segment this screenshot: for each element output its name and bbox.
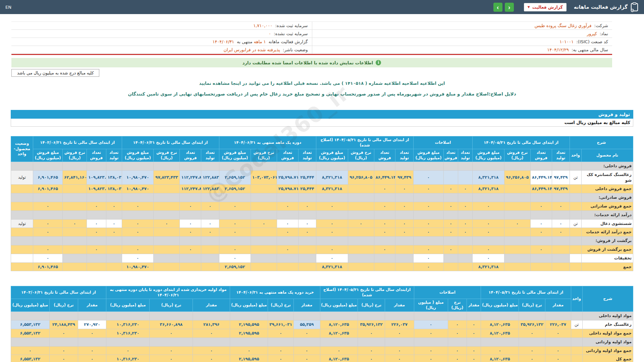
table-cell xyxy=(87,162,106,171)
top-header-bar: گزارش فعالیت ماهانه گزارش فعالیت ▼ ‹ › E… xyxy=(0,0,644,14)
table-cell: ۰ xyxy=(122,202,154,211)
table-cell: ۲,۱۹۵,۵۹۵ xyxy=(230,329,268,338)
fiscal-year-label: سال مالی منتهی به: xyxy=(572,47,608,52)
table-cell xyxy=(154,237,180,245)
table-cell xyxy=(106,193,122,202)
table-cell xyxy=(320,338,358,346)
table-cell: ۵۵,۳۵۹ xyxy=(293,320,320,329)
table-cell: ۲۵,۷۹۸.۷۱ xyxy=(277,185,299,193)
table-cell xyxy=(87,254,106,262)
table-cell xyxy=(504,254,530,262)
table-cell xyxy=(358,312,385,320)
column-header: نرخ (ریال) xyxy=(358,299,385,312)
table-cell: ۰ xyxy=(316,219,348,228)
table-cell: ۰ xyxy=(122,254,154,262)
column-header: اصلاحات xyxy=(414,286,481,299)
table-cell: ۱۰,۳۱۶,۲۳۰ xyxy=(106,320,150,329)
issuer-status-label: وضعیت ناشر: xyxy=(283,47,308,52)
report-period-mid: منتهی به xyxy=(237,39,252,44)
table-cell: ۰ xyxy=(277,219,299,228)
table-cell: ۰ xyxy=(122,219,154,228)
table-cell: ۰ xyxy=(154,219,180,228)
language-switch-link[interactable]: EN xyxy=(5,5,11,10)
table-cell xyxy=(298,245,316,254)
table-cell xyxy=(395,162,413,171)
registered-capital-row: سرمایه ثبت شده: ۱,۷۱۰,۰۰۰ xyxy=(11,22,312,30)
table-cell: ۰ xyxy=(444,228,458,237)
symbol-row: نماد: کپرور xyxy=(312,30,612,38)
table-cell: ۹۷,۴۳۹ xyxy=(552,185,570,193)
table-cell xyxy=(348,228,374,237)
table-row: جمع برگشت از فروش۰۰۰۰۰۰۰۰۰۰۰۰ xyxy=(11,245,633,254)
isic-row: کد صنعت (ISIC): ۱۰۱۰۰۱ xyxy=(312,38,612,46)
table-cell: ۰ xyxy=(33,228,62,237)
status-cell xyxy=(11,185,33,193)
next-report-button[interactable]: › xyxy=(493,3,502,12)
previous-version-link[interactable]: اینجا xyxy=(231,81,241,86)
symbol-label: نماد: xyxy=(600,31,608,36)
table-cell xyxy=(180,237,201,245)
table-cell xyxy=(106,210,122,219)
column-header: تعداد فروش xyxy=(530,149,552,162)
table-row: جمع فروش داخلی۹۷,۴۳۹۸۶,۴۴۹.۱۴۸,۳۲۱,۳۱۸۰۰… xyxy=(11,185,633,193)
registered-capital-value: ۱,۷۱۰,۰۰۰ xyxy=(253,23,272,28)
table-cell: ۱۳۸,۰۳۶ xyxy=(106,185,122,193)
table-cell xyxy=(530,262,552,271)
table-cell: ۰ xyxy=(298,219,316,228)
row-label: شستشوی ذغال xyxy=(581,219,633,228)
column-header: مبلغ (میلیون ریال) xyxy=(320,299,358,312)
previous-report-button[interactable]: ‹ xyxy=(505,3,514,12)
table-cell xyxy=(374,162,395,171)
table-cell: ۰ xyxy=(251,219,277,228)
unregistered-capital-label: سرمایه ثبت نشده: xyxy=(274,31,308,36)
table-cell xyxy=(154,185,180,193)
table-cell: ۲۵,۴۴۴ xyxy=(298,170,316,185)
report-type-dropdown[interactable]: گزارش فعالیت ▼ xyxy=(524,3,567,11)
fiscal-year-row: سال مالی منتهی به: ۱۴۰۴/۱۲/۲۹ xyxy=(312,46,612,54)
table-cell xyxy=(50,338,78,346)
row-label: جمع xyxy=(581,262,633,271)
table-cell xyxy=(298,162,316,171)
column-header: نرخ فروش (ریال) xyxy=(348,149,374,162)
table-cell: ۰ xyxy=(193,346,230,355)
table-cell: ۸,۳۲۱,۳۱۸ xyxy=(473,170,504,185)
table-cell xyxy=(63,228,87,237)
table-cell: ۰ xyxy=(50,329,78,338)
unit-cell: تن xyxy=(570,170,582,185)
table-cell xyxy=(458,210,473,219)
table-cell xyxy=(63,245,87,254)
table-cell xyxy=(11,312,50,320)
table-cell xyxy=(320,312,358,320)
table-cell: ۰ xyxy=(413,262,443,271)
column-header: از ابتدای سال مالی تا تاریخ ۱۴۰۴/۰۶/۳۱ xyxy=(122,136,219,149)
table-cell xyxy=(444,193,458,202)
section-header-production-sales: تولید و فروش xyxy=(11,110,633,119)
table-cell: ۲۸۱,۳۹۶ xyxy=(193,320,230,329)
table-cell: ۰ xyxy=(413,202,443,211)
table-cell xyxy=(395,245,413,254)
section-row: فروش داخلی: xyxy=(11,162,633,171)
table-cell xyxy=(122,193,154,202)
table-cell: ۰ xyxy=(395,219,413,228)
table-row: زغالسنگ خامتن۲۲۶,۰۳۷۳۵,۹۲۶,۱۳۲۸,۱۲۰,۶۳۵۰… xyxy=(11,320,633,329)
table-cell xyxy=(78,312,106,320)
table-cell xyxy=(316,162,348,171)
table-cell: ۸۶,۴۴۹.۱۴ xyxy=(530,185,552,193)
table-cell xyxy=(193,338,230,346)
table-cell xyxy=(293,338,320,346)
table-cell: ۰ xyxy=(193,329,230,338)
column-header: نرخ (ریال) xyxy=(50,299,78,312)
table-cell: ۱۱۲,۲۴۷.۸۵ xyxy=(180,170,201,185)
table-cell xyxy=(467,338,481,346)
table-cell: ۶,۵۵۳,۱۳۲ xyxy=(11,355,50,362)
table-cell: ۰ xyxy=(448,355,467,362)
table-units-caption: کلیه مبالغ به میلیون ریال است xyxy=(11,119,633,127)
table-cell: ۰ xyxy=(530,228,552,237)
table-cell: ۰ xyxy=(150,346,193,355)
table-cell xyxy=(154,254,180,262)
table-cell: ۱۲۲,۸۸۳ xyxy=(201,185,219,193)
table-cell: ۰ xyxy=(467,329,481,338)
table-cell: ۰ xyxy=(50,355,78,362)
table-cell: ۰ xyxy=(358,355,385,362)
table-cell: ۱۰,۳۱۶,۲۳۰ xyxy=(106,355,150,362)
